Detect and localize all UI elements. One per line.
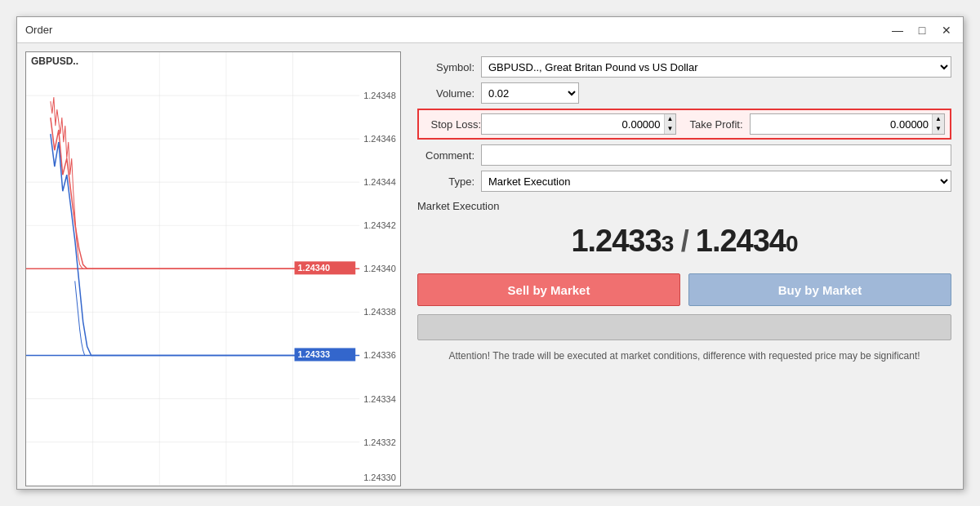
svg-text:1.24340: 1.24340 [298, 263, 331, 273]
sl-tp-row: Stop Loss: ▲ ▼ Take Profit: ▲ ▼ [417, 109, 951, 140]
stop-loss-down[interactable]: ▼ [665, 124, 676, 134]
svg-text:1.24332: 1.24332 [363, 437, 396, 447]
take-profit-label: Take Profit: [689, 118, 742, 131]
svg-text:1.24342: 1.24342 [363, 220, 396, 230]
market-exec-label: Market Execution [417, 200, 951, 212]
chart-svg: 1.24348 1.24346 1.24344 1.24342 1.24340 … [26, 52, 400, 486]
stop-loss-up[interactable]: ▲ [665, 114, 676, 124]
order-panel: Symbol: GBPUSD.., Great Britan Pound vs … [414, 51, 955, 486]
sell-button[interactable]: Sell by Market [417, 273, 680, 306]
close-button[interactable]: ✕ [938, 22, 955, 38]
volume-label: Volume: [417, 87, 474, 100]
stop-loss-label: Stop Loss: [424, 118, 481, 131]
type-label: Type: [417, 175, 474, 188]
chart-symbol-label: GBPUSD.. [31, 55, 78, 67]
comment-label: Comment: [417, 149, 474, 162]
window-title: Order [25, 24, 52, 36]
take-profit-input-wrap: ▲ ▼ [750, 113, 945, 135]
svg-text:1.24338: 1.24338 [363, 307, 396, 317]
svg-text:1.24333: 1.24333 [298, 349, 331, 359]
take-profit-up[interactable]: ▲ [933, 114, 944, 124]
comment-row: Comment: [417, 144, 951, 166]
take-profit-spinners: ▲ ▼ [932, 114, 944, 134]
price-display: 1.24333 / 1.24340 [417, 224, 951, 259]
trade-buttons-row: Sell by Market Buy by Market [417, 273, 951, 306]
close-btn-row [417, 314, 951, 340]
comment-input[interactable] [481, 144, 951, 166]
order-window: Order — □ ✕ GBPUSD.. [16, 16, 964, 490]
stop-loss-spinners: ▲ ▼ [664, 114, 676, 134]
type-select[interactable]: Market Execution [481, 171, 951, 192]
stop-loss-input[interactable] [482, 117, 664, 132]
chart-panel: GBPUSD.. [25, 51, 401, 486]
ask-price: 1.24340 [696, 224, 798, 258]
bid-suffix: 3 [662, 231, 674, 256]
symbol-row: Symbol: GBPUSD.., Great Britan Pound vs … [417, 56, 951, 78]
volume-row: Volume: 0.02 [417, 82, 951, 104]
minimize-button[interactable]: — [889, 22, 906, 38]
stop-loss-input-wrap: ▲ ▼ [481, 113, 676, 135]
title-bar: Order — □ ✕ [17, 17, 963, 43]
window-controls: — □ ✕ [889, 22, 955, 38]
volume-select[interactable]: 0.02 [481, 82, 579, 104]
symbol-label: Symbol: [417, 61, 474, 73]
main-content: GBPUSD.. [17, 43, 963, 495]
svg-text:1.24330: 1.24330 [363, 473, 396, 482]
svg-text:1.24336: 1.24336 [363, 350, 396, 360]
ask-suffix: 0 [786, 231, 798, 256]
maximize-button[interactable]: □ [914, 22, 930, 38]
buy-button[interactable]: Buy by Market [688, 273, 951, 306]
bid-price: 1.24333 [571, 224, 673, 258]
svg-text:1.24344: 1.24344 [363, 177, 396, 187]
price-separator: / [681, 224, 696, 258]
attention-text: Attention! The trade will be executed at… [417, 348, 951, 363]
symbol-select[interactable]: GBPUSD.., Great Britan Pound vs US Dolla… [481, 56, 951, 78]
take-profit-input[interactable] [751, 117, 933, 132]
svg-text:1.24334: 1.24334 [363, 394, 396, 404]
svg-text:1.24340: 1.24340 [363, 264, 396, 273]
svg-text:1.24346: 1.24346 [363, 134, 396, 144]
type-row: Type: Market Execution [417, 171, 951, 192]
close-order-button[interactable] [417, 314, 951, 340]
take-profit-down[interactable]: ▼ [933, 124, 944, 134]
svg-text:1.24348: 1.24348 [363, 91, 396, 100]
